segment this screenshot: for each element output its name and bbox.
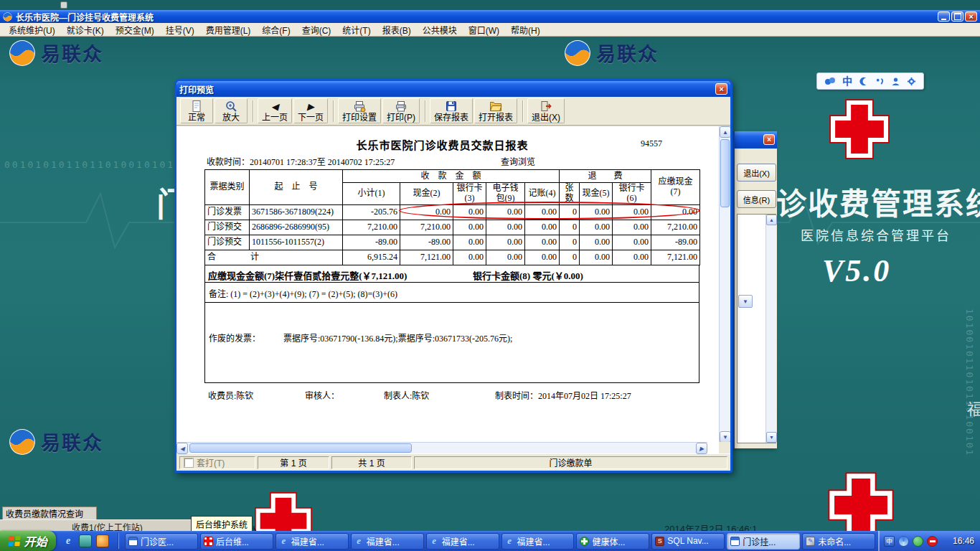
overlay-print-checkbox[interactable] [184, 458, 193, 467]
report-cell: 7,210.00 [651, 220, 700, 235]
dialog-titlebar[interactable]: 打印预览 × [176, 81, 730, 97]
scroll-down-button[interactable]: ▼ [720, 431, 731, 443]
system-tray: 中 16:46 [878, 531, 980, 551]
maximize-button[interactable] [951, 11, 963, 22]
horizontal-scrollbar[interactable]: ◀ ▶ [176, 442, 707, 453]
exit-preview-button[interactable]: 退出(X) [527, 98, 565, 123]
quicklaunch-ie-icon[interactable]: e [62, 534, 75, 547]
close-button[interactable]: × [965, 11, 977, 22]
signature-row: 收费员:陈钦 审核人： 制表人:陈钦 制表时间：2014年07月02日 17:2… [204, 389, 699, 402]
menu-item[interactable]: 报表(B) [377, 22, 417, 37]
background-window-titlebar[interactable]: × [735, 131, 777, 149]
report-cell: 0 [560, 235, 580, 250]
background-list[interactable]: ▲ ▼ [737, 214, 776, 443]
dialog-close-button[interactable]: × [715, 83, 727, 95]
menu-item[interactable]: 系统维护(U) [3, 22, 61, 37]
quicklaunch-media-icon[interactable] [96, 534, 109, 547]
tray-ime-icon[interactable]: 中 [884, 536, 895, 547]
scroll-up-button[interactable]: ▲ [720, 126, 731, 138]
fullwidth-moon-icon[interactable] [859, 77, 868, 86]
info-button[interactable]: 信息(R) [737, 190, 776, 208]
tray-green-status-icon[interactable] [913, 536, 923, 547]
open-report-button[interactable]: 打开报表 [474, 98, 517, 123]
save-report-button[interactable]: 保存报表 [430, 98, 473, 123]
tray-clock[interactable]: 16:46 [953, 536, 974, 546]
arrow-left-icon: ◀ [271, 102, 278, 111]
arrow-down-icon: ▼ [722, 434, 728, 441]
menu-item[interactable]: 窗口(W) [463, 22, 505, 37]
menu-item[interactable]: 预交金(M) [110, 22, 160, 37]
taskbar-item-active[interactable]: 门诊挂... [727, 533, 800, 550]
auditor-label: 审核人： [305, 389, 339, 402]
menu-item[interactable]: 就诊卡(K) [61, 22, 110, 37]
magnifier-icon [225, 100, 237, 113]
menu-item[interactable]: 帮助(H) [505, 22, 546, 37]
start-button[interactable]: 开始 [0, 531, 56, 551]
vertical-scrollbar[interactable]: ▲ ▼ [719, 126, 730, 443]
background-scrollbar[interactable]: ▲ ▼ [765, 215, 776, 443]
brand-logo: 易联众 [564, 39, 659, 67]
taskbar-item[interactable]: e福建省... [426, 533, 499, 550]
scrollbar-thumb[interactable] [189, 443, 412, 453]
tray-swirl-icon[interactable] [898, 536, 909, 547]
report-col-header: 银行卡(3) [453, 183, 486, 205]
normal-view-button[interactable]: 正常 [180, 98, 213, 123]
language-bar[interactable]: 中 [816, 72, 924, 90]
button-label: 放大 [222, 113, 240, 122]
prev-page-button[interactable]: ◀ 上一页 [258, 98, 292, 123]
menu-item[interactable]: 挂号(V) [160, 22, 200, 37]
report-cell: 0.00 [613, 250, 651, 265]
taskbar-item[interactable]: e福建省... [501, 533, 575, 550]
taskbar-item[interactable]: 后台维... [200, 533, 273, 550]
taskbar-item[interactable]: SSQL Nav... [651, 533, 725, 550]
report-cell: 门诊预交 [205, 235, 250, 250]
background-text-fragment: 福 [967, 396, 980, 419]
taskbar-item[interactable]: 门诊医... [125, 533, 198, 550]
dropdown-arrow-button[interactable]: ▼ [738, 295, 753, 308]
overlay-print-label: 套打(T) [197, 456, 225, 468]
menu-item[interactable]: 公共模块 [417, 22, 463, 37]
gear-icon[interactable] [907, 77, 916, 86]
report-cell: 1011556-1011557(2) [250, 235, 343, 250]
taskbar-divider [118, 533, 119, 549]
quicklaunch-desktop-icon[interactable] [79, 534, 92, 547]
red-cross-icon [204, 537, 213, 546]
background-close-button[interactable]: × [763, 134, 775, 145]
preview-statusbar: 套打(T) 第 1 页 共 1 页 门诊缴款单 [176, 453, 730, 471]
app-titlebar[interactable]: 长乐市医院—门诊挂号收费管理系统 × [0, 10, 980, 23]
button-label: 保存报表 [434, 113, 468, 122]
taskbar-item[interactable]: e福建省... [351, 533, 424, 550]
menu-item[interactable]: 统计(T) [336, 22, 376, 37]
arrow-down-icon: ▼ [769, 435, 774, 440]
scroll-down-button[interactable]: ▼ [766, 432, 777, 443]
scroll-left-button[interactable]: ◀ [176, 443, 188, 454]
app-title: 长乐市医院—门诊挂号收费管理系统 [16, 11, 936, 23]
zoom-button[interactable]: 放大 [215, 98, 248, 123]
next-page-button[interactable]: ▶ 下一页 [293, 98, 328, 123]
user-icon[interactable] [891, 77, 900, 86]
report-page: 长乐市医院门诊收费员交款日报表 94557 收款时间：20140701 17:2… [185, 128, 699, 438]
report-group-header: 退 费 [560, 170, 651, 183]
minimize-button[interactable] [938, 11, 950, 22]
report-cell: 0.00 [453, 235, 486, 250]
taskbar-item[interactable]: ✎未命名... [802, 533, 875, 550]
close-icon: × [719, 85, 723, 93]
print-button[interactable]: 打印(P) [382, 98, 420, 123]
cashier-payment-query-panel[interactable]: 收费员缴款情况查询 [2, 507, 97, 520]
menu-item[interactable]: 费用管理(L) [200, 22, 257, 37]
red-ellipse-annotation [399, 202, 700, 220]
print-setup-button[interactable]: 打印设置 [338, 98, 381, 123]
chinese-input-icon[interactable]: 中 [842, 76, 852, 86]
scroll-up-button[interactable]: ▲ [766, 215, 777, 225]
scroll-right-button[interactable]: ▶ [696, 443, 707, 454]
menu-item[interactable]: 综合(F) [256, 22, 296, 37]
menu-item[interactable]: 查询(C) [296, 22, 337, 37]
scrollbar-thumb[interactable] [720, 139, 730, 207]
exit-button[interactable]: 退出(X) [737, 164, 776, 182]
taskbar-item[interactable]: e福建省... [275, 533, 349, 550]
tray-stop-icon[interactable] [927, 536, 938, 547]
medical-app-icon [128, 537, 138, 546]
punctuation-icon[interactable] [875, 77, 885, 86]
taskbar-item[interactable]: 健康体... [576, 533, 649, 550]
taskbar-tooltip: 后台维护系统 [191, 516, 253, 532]
